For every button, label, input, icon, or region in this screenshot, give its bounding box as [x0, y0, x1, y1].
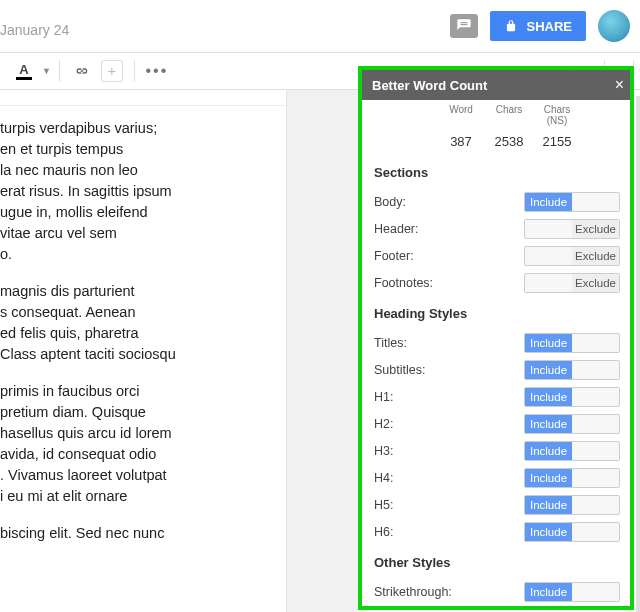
opt-label-h6: H6: [374, 525, 393, 539]
toggle-footer[interactable]: Exclude [524, 246, 620, 266]
share-button[interactable]: SHARE [490, 11, 586, 41]
toggle-subtitles[interactable]: Include [524, 360, 620, 380]
other-styles-heading: Other Styles [374, 555, 620, 570]
panel-title: Better Word Count [372, 78, 487, 93]
toggle-h6[interactable]: Include [524, 522, 620, 542]
opt-label-body: Body: [374, 195, 406, 209]
paragraph: turpis verdapibus varius; en et turpis t… [0, 118, 286, 265]
toggle-exclude-label: Exclude [572, 247, 619, 265]
toggle-h2[interactable]: Include [524, 414, 620, 434]
paragraph: primis in faucibus orci pretium diam. Qu… [0, 381, 286, 507]
toggle-header[interactable]: Exclude [524, 219, 620, 239]
toggle-include-label: Include [525, 523, 572, 541]
count-charsns: 2155 [540, 134, 574, 149]
toggle-include-label: Include [525, 415, 572, 433]
opt-label-h3: H3: [374, 444, 393, 458]
plus-box-icon: + [101, 60, 123, 82]
count-col-word: Word [444, 104, 478, 126]
toggle-body[interactable]: Include [524, 192, 620, 212]
paragraph: biscing elit. Sed nec nunc [0, 523, 286, 544]
toggle-exclude-label: Exclude [572, 274, 619, 292]
opt-label-h2: H2: [374, 417, 393, 431]
text-color-dropdown-icon: ▼ [42, 66, 51, 76]
paragraph: magnis dis parturient s consequat. Aenea… [0, 281, 286, 365]
page-gutter [286, 90, 358, 612]
add-comment-button[interactable]: + [98, 58, 126, 84]
opt-label-strikethrough: Strikethrough: [374, 585, 452, 599]
count-chars: 2538 [492, 134, 526, 149]
comments-button[interactable] [450, 14, 478, 38]
toggle-exclude-label: Exclude [572, 220, 619, 238]
toggle-include-label: Include [525, 388, 572, 406]
count-word: 387 [444, 134, 478, 149]
opt-label-subtitles: Subtitles: [374, 363, 425, 377]
ruler[interactable] [0, 98, 286, 112]
comment-icon [456, 18, 472, 34]
text-color-button[interactable]: A [10, 63, 38, 80]
toggle-include-label: Include [525, 193, 572, 211]
opt-label-titles: Titles: [374, 336, 407, 350]
toggle-strikethrough[interactable]: Include [524, 582, 620, 602]
more-button[interactable]: ••• [143, 58, 171, 84]
opt-label-h1: H1: [374, 390, 393, 404]
opt-label-header: Header: [374, 222, 418, 236]
sections-heading: Sections [374, 165, 620, 180]
toggle-h3[interactable]: Include [524, 441, 620, 461]
toggle-include-label: Include [525, 334, 572, 352]
toggle-h4[interactable]: Include [524, 468, 620, 488]
toggle-include-label: Include [525, 583, 572, 601]
toggle-include-label: Include [525, 496, 572, 514]
opt-label-h5: H5: [374, 498, 393, 512]
toggle-h5[interactable]: Include [524, 495, 620, 515]
text-color-a-icon: A [19, 63, 28, 76]
panel-close-button[interactable]: × [615, 76, 624, 94]
better-word-count-panel: Better Word Count × Word Chars Chars (NS… [358, 66, 634, 610]
share-label: SHARE [526, 19, 572, 34]
link-icon [74, 63, 90, 79]
insert-link-button[interactable] [68, 58, 96, 84]
toggle-titles[interactable]: Include [524, 333, 620, 353]
toggle-include-label: Include [525, 361, 572, 379]
opt-label-h4: H4: [374, 471, 393, 485]
toggle-footnotes[interactable]: Exclude [524, 273, 620, 293]
last-edit-date: January 24 [0, 14, 69, 38]
more-icon: ••• [146, 62, 169, 80]
toggle-h1[interactable]: Include [524, 387, 620, 407]
heading-styles-heading: Heading Styles [374, 306, 620, 321]
toggle-include-label: Include [525, 442, 572, 460]
toggle-include-label: Include [525, 469, 572, 487]
count-col-chars: Chars [492, 104, 526, 126]
opt-label-footnotes: Footnotes: [374, 276, 433, 290]
count-col-charsns: Chars (NS) [540, 104, 574, 126]
scrollbar-track[interactable] [636, 96, 640, 612]
lock-icon [504, 19, 518, 33]
avatar[interactable] [598, 10, 630, 42]
opt-label-footer: Footer: [374, 249, 414, 263]
document-body[interactable]: turpis verdapibus varius; en et turpis t… [0, 90, 286, 612]
